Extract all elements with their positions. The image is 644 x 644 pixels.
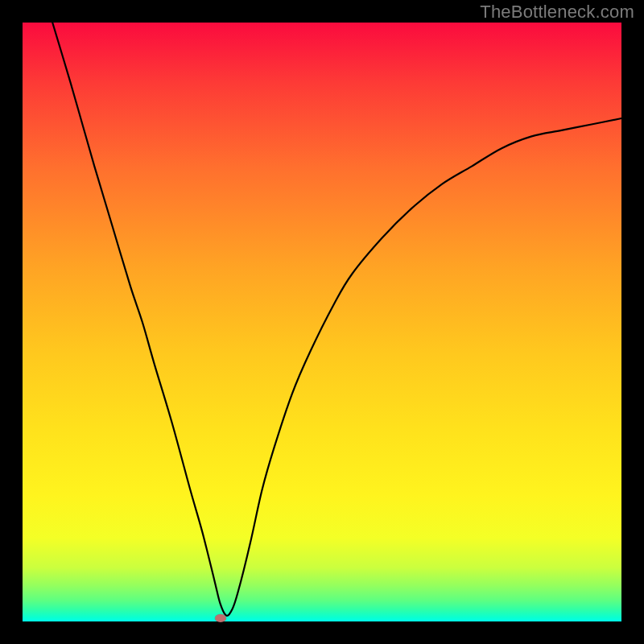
watermark-text: TheBottleneck.com [480,2,634,23]
plot-area [23,23,621,621]
curve-path [52,23,621,616]
figure-root: TheBottleneck.com [0,0,644,644]
optimal-point-marker [215,614,226,622]
bottleneck-curve [23,23,621,621]
